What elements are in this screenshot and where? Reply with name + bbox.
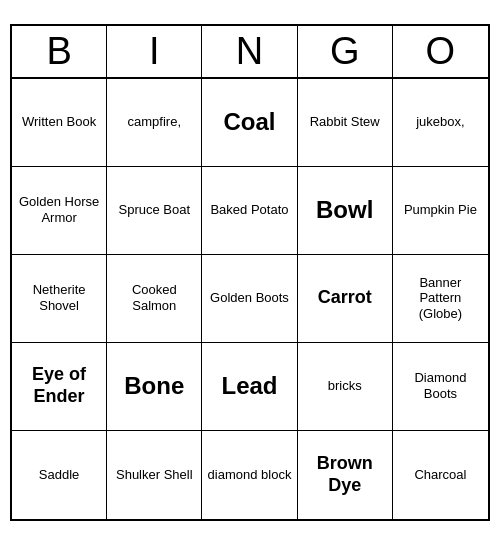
bingo-cell: Spruce Boat [107, 167, 202, 255]
bingo-card: BINGO Written Bookcampfire,CoalRabbit St… [10, 24, 490, 521]
bingo-header-letter: N [202, 26, 297, 77]
bingo-cell: Charcoal [393, 431, 488, 519]
bingo-cell: Written Book [12, 79, 107, 167]
bingo-cell: Eye of Ender [12, 343, 107, 431]
bingo-cell: Cooked Salmon [107, 255, 202, 343]
bingo-cell: Brown Dye [298, 431, 393, 519]
bingo-cell: Banner Pattern (Globe) [393, 255, 488, 343]
bingo-cell: bricks [298, 343, 393, 431]
bingo-cell: Saddle [12, 431, 107, 519]
bingo-cell: campfire, [107, 79, 202, 167]
bingo-cell: Rabbit Stew [298, 79, 393, 167]
bingo-cell: Shulker Shell [107, 431, 202, 519]
bingo-cell: jukebox, [393, 79, 488, 167]
bingo-cell: Bowl [298, 167, 393, 255]
bingo-grid: Written Bookcampfire,CoalRabbit Stewjuke… [12, 79, 488, 519]
bingo-cell: Coal [202, 79, 297, 167]
bingo-cell: Golden Boots [202, 255, 297, 343]
bingo-cell: Diamond Boots [393, 343, 488, 431]
bingo-cell: Pumpkin Pie [393, 167, 488, 255]
bingo-cell: Carrot [298, 255, 393, 343]
bingo-header: BINGO [12, 26, 488, 79]
bingo-cell: Baked Potato [202, 167, 297, 255]
bingo-header-letter: B [12, 26, 107, 77]
bingo-cell: diamond block [202, 431, 297, 519]
bingo-cell: Netherite Shovel [12, 255, 107, 343]
bingo-header-letter: O [393, 26, 488, 77]
bingo-header-letter: G [298, 26, 393, 77]
bingo-header-letter: I [107, 26, 202, 77]
bingo-cell: Lead [202, 343, 297, 431]
bingo-cell: Bone [107, 343, 202, 431]
bingo-cell: Golden Horse Armor [12, 167, 107, 255]
